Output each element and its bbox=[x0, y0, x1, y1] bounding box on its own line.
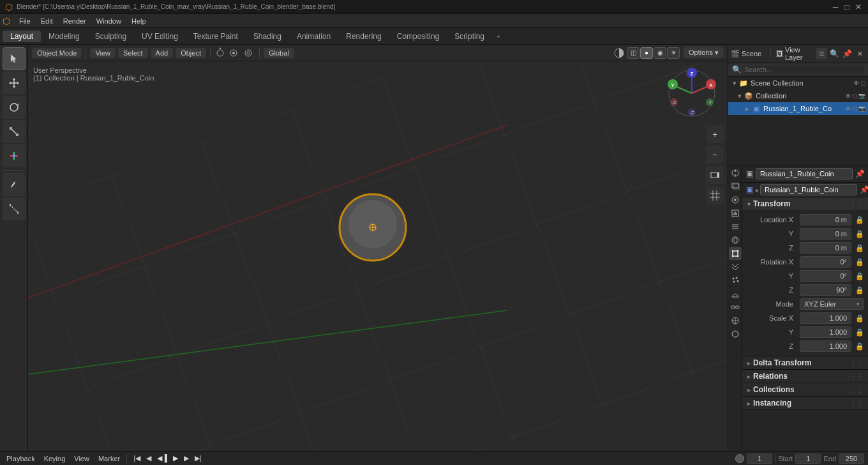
props-tab-object[interactable] bbox=[729, 247, 742, 260]
menu-edit[interactable]: Edit bbox=[36, 16, 58, 26]
view-timeline-menu[interactable]: View bbox=[71, 454, 92, 464]
props-tab-modifiers[interactable] bbox=[729, 261, 742, 273]
minimize-button[interactable]: ─ bbox=[831, 3, 840, 11]
outliner-display-mode[interactable]: ☰ bbox=[816, 48, 827, 59]
select-menu[interactable]: Select bbox=[118, 48, 148, 58]
collections-options[interactable]: ⋮⋮ bbox=[850, 386, 863, 393]
wireframe-mode-btn[interactable]: ◫ bbox=[627, 47, 640, 59]
coin-expand[interactable]: ▸ bbox=[744, 105, 751, 113]
viewport[interactable]: Object Mode View Select Add Object Globa… bbox=[28, 45, 728, 451]
props-tab-viewlayer[interactable] bbox=[729, 220, 742, 233]
menu-help[interactable]: Help bbox=[126, 16, 151, 26]
keying-menu[interactable]: Keying bbox=[41, 454, 68, 464]
annotate-tool[interactable] bbox=[3, 173, 26, 196]
visibility-icon-coin[interactable]: 👁 bbox=[845, 105, 851, 112]
tab-modeling[interactable]: Modeling bbox=[41, 31, 87, 42]
zoom-out-button[interactable]: − bbox=[706, 146, 724, 164]
data-name-selector[interactable]: ▸ bbox=[756, 184, 857, 195]
props-tab-renderlayer[interactable] bbox=[729, 180, 742, 193]
props-tab-data[interactable] bbox=[729, 314, 742, 327]
object-data-name-input[interactable] bbox=[760, 184, 857, 195]
transform-tool[interactable] bbox=[3, 144, 26, 167]
marker-menu[interactable]: Marker bbox=[96, 454, 123, 464]
props-tab-scene[interactable] bbox=[729, 167, 742, 179]
transform-global-dropdown[interactable]: Global bbox=[264, 48, 294, 58]
render-icon-coin[interactable]: 📷 bbox=[858, 105, 865, 112]
collection-expand[interactable]: ▾ bbox=[736, 92, 744, 100]
props-tab-output[interactable] bbox=[729, 207, 742, 220]
start-frame-input[interactable] bbox=[795, 454, 821, 464]
scale-x-value[interactable]: 1.000 bbox=[800, 312, 851, 324]
location-z-value[interactable]: 0 m bbox=[800, 242, 851, 254]
rotation-z-value[interactable]: 90° bbox=[800, 284, 851, 296]
cursor-tool[interactable] bbox=[3, 47, 26, 70]
object-menu[interactable]: Object bbox=[176, 48, 206, 58]
delta-transform-section[interactable]: ▸ Delta Transform ⋮⋮ bbox=[742, 356, 868, 370]
scene-header-pin[interactable]: 📌 bbox=[841, 48, 853, 59]
scale-y-value[interactable]: 1.000 bbox=[800, 326, 851, 338]
data-name-pin[interactable]: 📌 bbox=[860, 185, 868, 194]
visibility-icon[interactable]: 👁 bbox=[853, 80, 860, 87]
rendered-mode-btn[interactable]: ☀ bbox=[667, 47, 680, 59]
props-tab-render[interactable] bbox=[729, 194, 742, 206]
options-button[interactable]: Options ▾ bbox=[684, 47, 724, 58]
select-icon-sc[interactable]: ◻ bbox=[861, 80, 865, 87]
tab-texture-paint[interactable]: Texture Paint bbox=[186, 31, 246, 42]
viewlayer-selector[interactable]: 🖼 View Layer bbox=[774, 46, 813, 61]
menu-file[interactable]: File bbox=[14, 16, 36, 26]
props-tab-particles[interactable] bbox=[729, 274, 742, 287]
tab-compositing[interactable]: Compositing bbox=[389, 31, 447, 42]
scene-selector[interactable]: 🎬 Scene bbox=[731, 50, 768, 58]
relations-section[interactable]: ▸ Relations ⋮⋮ bbox=[742, 370, 868, 383]
instancing-options[interactable]: ⋮⋮ bbox=[850, 400, 863, 407]
outliner-collection[interactable]: ▾ 📦 Collection 👁 ◻ 📷 bbox=[728, 89, 868, 102]
scale-tool[interactable] bbox=[3, 120, 26, 143]
tab-shading[interactable]: Shading bbox=[246, 31, 289, 42]
outliner-scene-collection[interactable]: ▾ 📁 Scene Collection 👁 ◻ bbox=[728, 77, 868, 89]
relations-options[interactable]: ⋮⋮ bbox=[850, 373, 863, 380]
tab-layout[interactable]: Layout bbox=[3, 31, 41, 42]
tab-rendering[interactable]: Rendering bbox=[338, 31, 389, 42]
outliner-filter[interactable]: 🔍 bbox=[828, 48, 840, 59]
visibility-icon-c[interactable]: 👁 bbox=[845, 93, 851, 100]
play-back-button[interactable]: ◀▐ bbox=[154, 453, 170, 464]
location-x-lock[interactable]: 🔒 bbox=[855, 216, 864, 224]
outliner-search-input[interactable] bbox=[744, 66, 864, 73]
outliner-coin[interactable]: ▸ ▣ Russian_1_Ruble_Co 👁 ◻ 📷 bbox=[728, 102, 868, 115]
camera-view-button[interactable] bbox=[706, 166, 724, 184]
location-z-lock[interactable]: 🔒 bbox=[855, 244, 864, 252]
scale-x-lock[interactable]: 🔒 bbox=[855, 314, 864, 323]
props-tab-material[interactable] bbox=[729, 328, 742, 340]
end-frame-input[interactable] bbox=[839, 454, 864, 464]
location-y-value[interactable]: 0 m bbox=[800, 228, 851, 240]
measure-tool[interactable] bbox=[3, 197, 26, 220]
pin-icon[interactable]: 📌 bbox=[855, 169, 865, 178]
rotation-y-lock[interactable]: 🔒 bbox=[855, 272, 864, 280]
step-forward-button[interactable]: ▶ bbox=[181, 453, 191, 464]
viewport-shading-icon[interactable] bbox=[613, 47, 625, 59]
material-mode-btn[interactable]: ◉ bbox=[654, 47, 666, 59]
object-mode-dropdown[interactable]: Object Mode bbox=[32, 48, 82, 58]
grid-snap-button[interactable] bbox=[706, 187, 724, 204]
rotation-z-lock[interactable]: 🔒 bbox=[855, 286, 864, 294]
move-tool[interactable] bbox=[3, 72, 26, 95]
props-tab-world[interactable] bbox=[729, 234, 742, 247]
viewport-canvas[interactable]: User Perspective (1) Collection | Russia… bbox=[28, 61, 728, 451]
menu-render[interactable]: Render bbox=[58, 16, 91, 26]
menu-window[interactable]: Window bbox=[91, 16, 126, 26]
zoom-in-button[interactable]: + bbox=[706, 125, 724, 143]
current-frame-input[interactable] bbox=[747, 454, 772, 464]
coin-object[interactable] bbox=[334, 189, 411, 266]
delta-transform-options[interactable]: ⋮⋮ bbox=[850, 360, 863, 367]
location-x-value[interactable]: 0 m bbox=[800, 214, 851, 225]
rotation-mode-dropdown[interactable]: XYZ Euler ▾ bbox=[800, 298, 864, 310]
render-icon-c[interactable]: 📷 bbox=[858, 93, 865, 100]
scale-z-value[interactable]: 1.000 bbox=[800, 340, 851, 352]
solid-mode-btn[interactable]: ● bbox=[640, 47, 653, 59]
nav-gizmo[interactable]: Z X Y -X -Y -Z bbox=[666, 68, 717, 119]
rotation-y-value[interactable]: 0° bbox=[800, 270, 851, 282]
location-y-lock[interactable]: 🔒 bbox=[855, 230, 864, 238]
tab-sculpting[interactable]: Sculpting bbox=[87, 31, 134, 42]
rotation-x-lock[interactable]: 🔒 bbox=[855, 258, 864, 266]
scale-y-lock[interactable]: 🔒 bbox=[855, 328, 864, 337]
